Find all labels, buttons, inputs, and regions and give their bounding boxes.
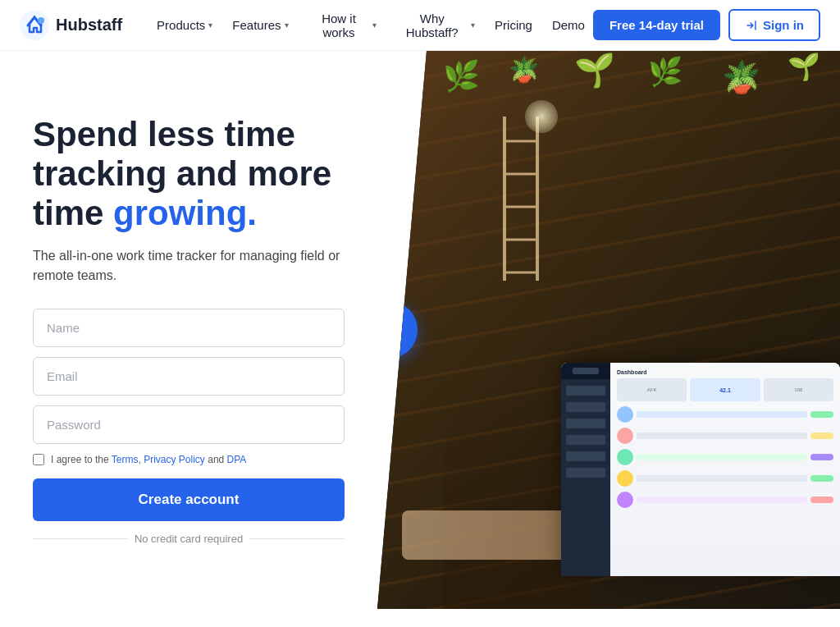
chevron-down-icon: ▾ [208, 21, 212, 30]
hero-image: 🌿 🪴 🌱 🌿 🪴 🌱 [377, 51, 840, 609]
dpa-link[interactable]: DPA [227, 454, 247, 465]
terms-checkbox[interactable] [33, 454, 44, 465]
chevron-down-icon: ▾ [372, 21, 377, 30]
nav-actions: Free 14-day trial Sign in [593, 9, 820, 41]
no-credit-card-text: No credit card required [33, 533, 345, 545]
free-trial-button[interactable]: Free 14-day trial [593, 10, 720, 40]
chevron-down-icon: ▾ [285, 21, 289, 30]
ladder-decoration [492, 117, 558, 281]
signup-form: I agree to the Terms, Privacy Policy and… [33, 309, 345, 465]
svg-point-1 [38, 17, 44, 24]
name-input[interactable] [33, 309, 345, 347]
logo-link[interactable]: Hubstaff [20, 11, 122, 40]
plant-decoration: 🌱 [788, 51, 820, 82]
plant-decoration: 🪴 [509, 55, 539, 84]
logo-text: Hubstaff [56, 16, 122, 34]
hero-subtext: The all-in-one work time tracker for man… [33, 246, 345, 286]
password-input[interactable] [33, 405, 345, 444]
plant-decoration: 🌿 [648, 55, 682, 88]
nav-products[interactable]: Products ▾ [148, 11, 221, 39]
logo-icon [20, 11, 49, 40]
nav-demo[interactable]: Demo [544, 11, 593, 39]
light-glow [525, 100, 558, 133]
signin-button[interactable]: Sign in [728, 9, 820, 41]
nav-why-hubstaff[interactable]: Why Hubstaff? ▾ [388, 5, 483, 46]
terms-link[interactable]: Terms [112, 454, 139, 465]
plant-decoration: 🌱 [574, 51, 615, 89]
nav-links: Products ▾ Features ▾ How it works ▾ Why… [148, 5, 593, 46]
nav-how-it-works[interactable]: How it works ▾ [300, 5, 386, 46]
nav-features[interactable]: Features ▾ [224, 11, 296, 39]
signin-icon [745, 19, 758, 32]
navbar: Hubstaff Products ▾ Features ▾ How it wo… [0, 0, 840, 51]
nav-pricing[interactable]: Pricing [486, 11, 541, 39]
chevron-down-icon: ▾ [471, 21, 475, 30]
hero-section: Spend less time tracking and more time g… [0, 51, 840, 609]
hero-right: 🌿 🪴 🌱 🌿 🪴 🌱 [377, 51, 840, 609]
plant-decoration: 🪴 [722, 59, 760, 95]
privacy-link[interactable]: Privacy Policy [144, 454, 205, 465]
plant-decoration: 🌿 [443, 59, 480, 94]
play-button[interactable] [377, 301, 418, 359]
svg-point-0 [20, 11, 49, 40]
hero-headline: Spend less time tracking and more time g… [33, 115, 345, 234]
trusted-section: Trusted by 40,000+ businesses. GROUPON K… [0, 609, 840, 627]
hero-left: Spend less time tracking and more time g… [0, 51, 377, 609]
screen-mockup: Dashboard AFK 42.1 108 [561, 363, 840, 576]
create-account-button[interactable]: Create account [33, 478, 345, 521]
keyboard-area [402, 510, 582, 560]
email-input[interactable] [33, 357, 345, 396]
terms-row: I agree to the Terms, Privacy Policy and… [33, 454, 345, 465]
